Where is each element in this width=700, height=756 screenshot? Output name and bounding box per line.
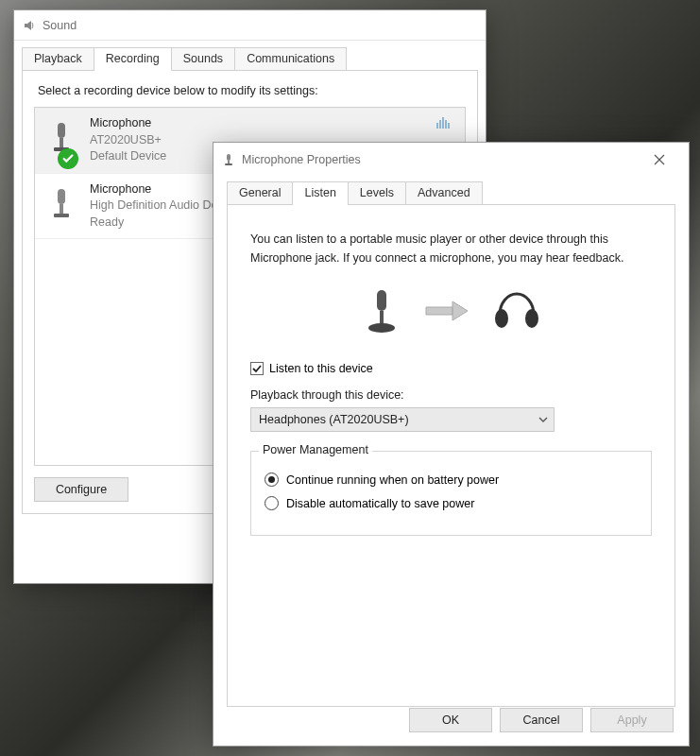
listen-tab-panel: You can listen to a portable music playe… bbox=[227, 204, 675, 707]
listen-checkbox-row[interactable]: Listen to this device bbox=[250, 362, 652, 375]
props-tabstrip: General Listen Levels Advanced bbox=[227, 180, 675, 204]
listen-checkbox[interactable] bbox=[250, 362, 264, 375]
sound-titlebar[interactable]: Sound bbox=[14, 10, 486, 41]
check-icon bbox=[251, 363, 263, 374]
tab-communications[interactable]: Communications bbox=[234, 47, 347, 70]
microphone-properties-window: Microphone Properties General Listen Lev… bbox=[213, 142, 690, 747]
listen-pictogram bbox=[245, 286, 657, 335]
svg-rect-10 bbox=[380, 311, 384, 324]
svg-rect-6 bbox=[227, 154, 230, 161]
microphone-icon bbox=[44, 181, 78, 227]
device-text: Microphone AT2020USB+ Default Device bbox=[90, 115, 166, 165]
svg-point-11 bbox=[368, 323, 395, 333]
radio-button[interactable] bbox=[265, 496, 279, 510]
headphones-icon bbox=[492, 288, 541, 334]
dialog-button-row: OK Cancel Apply bbox=[409, 708, 674, 732]
device-status: Ready bbox=[90, 215, 218, 232]
props-title-text: Microphone Properties bbox=[242, 153, 361, 166]
props-titlebar[interactable]: Microphone Properties bbox=[213, 143, 689, 177]
power-option-label: Disable automatically to save power bbox=[286, 497, 474, 510]
device-status: Default Device bbox=[90, 148, 166, 165]
svg-rect-4 bbox=[60, 204, 63, 214]
svg-rect-5 bbox=[54, 214, 69, 217]
svg-rect-1 bbox=[60, 138, 63, 147]
sound-tabstrip: Playback Recording Sounds Communications bbox=[22, 46, 478, 70]
svg-point-12 bbox=[495, 309, 508, 328]
device-name: Microphone bbox=[90, 115, 166, 132]
device-text: Microphone High Definition Audio De Read… bbox=[90, 181, 218, 232]
recording-prompt: Select a recording device below to modif… bbox=[38, 84, 462, 97]
level-meter-icon bbox=[436, 115, 457, 129]
power-option-continue[interactable]: Continue running when on battery power bbox=[265, 472, 638, 487]
microphone-icon bbox=[362, 286, 401, 335]
listen-checkbox-label: Listen to this device bbox=[269, 362, 373, 375]
ok-button[interactable]: OK bbox=[409, 708, 492, 732]
svg-rect-3 bbox=[58, 189, 65, 204]
microphone-icon bbox=[221, 152, 236, 167]
cancel-button[interactable]: Cancel bbox=[500, 708, 583, 732]
tab-recording[interactable]: Recording bbox=[94, 47, 172, 71]
svg-rect-0 bbox=[58, 123, 65, 138]
radio-dot bbox=[268, 476, 275, 483]
power-option-disable[interactable]: Disable automatically to save power bbox=[265, 496, 638, 510]
arrow-right-icon bbox=[424, 300, 470, 322]
device-line2: AT2020USB+ bbox=[90, 132, 166, 149]
power-option-label: Continue running when on battery power bbox=[286, 473, 499, 487]
tab-sounds[interactable]: Sounds bbox=[171, 47, 235, 70]
device-line2: High Definition Audio De bbox=[90, 198, 218, 215]
svg-rect-8 bbox=[225, 163, 232, 165]
apply-button[interactable]: Apply bbox=[590, 708, 674, 732]
speaker-icon bbox=[22, 18, 37, 33]
radio-button[interactable] bbox=[265, 472, 279, 487]
tab-playback[interactable]: Playback bbox=[22, 47, 94, 70]
listen-description: You can listen to a portable music playe… bbox=[250, 230, 652, 267]
tab-general[interactable]: General bbox=[227, 181, 293, 204]
tab-advanced[interactable]: Advanced bbox=[405, 181, 483, 204]
device-name: Microphone bbox=[90, 181, 218, 198]
playback-device-label: Playback through this device: bbox=[250, 388, 652, 402]
playback-device-dropdown[interactable]: Headphones (AT2020USB+) bbox=[250, 407, 555, 432]
tab-listen[interactable]: Listen bbox=[292, 181, 348, 205]
power-management-group: Power Management Continue running when o… bbox=[250, 451, 652, 536]
default-check-icon bbox=[58, 148, 78, 169]
power-management-legend: Power Management bbox=[259, 443, 372, 456]
sound-title-text: Sound bbox=[43, 19, 77, 32]
close-button[interactable] bbox=[643, 146, 681, 173]
svg-point-13 bbox=[525, 309, 538, 328]
close-icon bbox=[654, 154, 665, 165]
svg-rect-7 bbox=[228, 161, 230, 163]
svg-rect-9 bbox=[377, 290, 386, 311]
playback-device-value: Headphones (AT2020USB+) bbox=[259, 413, 538, 426]
configure-button[interactable]: Configure bbox=[34, 477, 128, 502]
chevron-down-icon bbox=[538, 417, 548, 422]
tab-levels[interactable]: Levels bbox=[348, 181, 406, 204]
microphone-icon bbox=[44, 115, 78, 161]
